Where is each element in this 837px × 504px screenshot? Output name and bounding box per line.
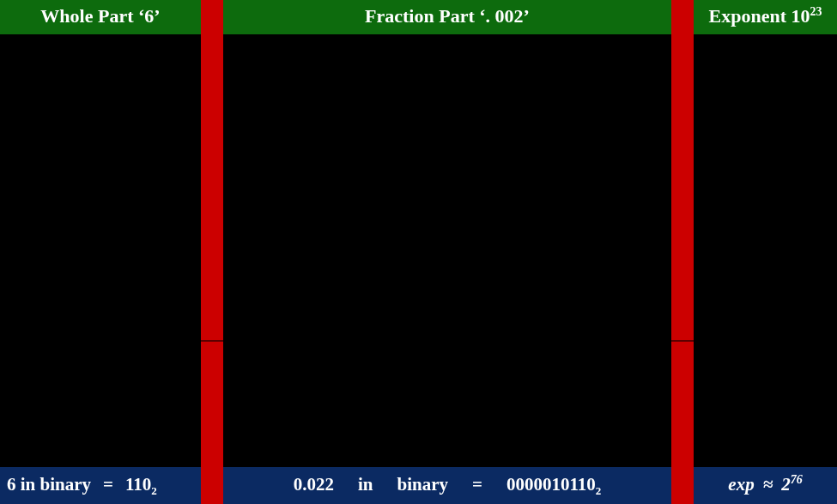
- body-fraction: [223, 35, 671, 467]
- header-fraction-prefix: Fraction Part ‘.: [365, 5, 495, 27]
- body-exponent: [694, 35, 837, 467]
- header-fraction: Fraction Part ‘. 002’: [223, 0, 671, 35]
- footer-fraction-word: binary: [397, 474, 448, 495]
- footer-fraction-rhs-base: 2: [596, 484, 602, 497]
- divider-2: [671, 0, 694, 504]
- header-whole-suffix: ’: [154, 5, 160, 27]
- footer-fraction-in: in: [358, 474, 373, 495]
- column-whole: Whole Part ‘6’ 6 in binary = 1102: [0, 0, 201, 504]
- header-exponent-label: Exponent 10: [709, 5, 810, 27]
- header-exponent-power: 23: [810, 5, 822, 18]
- footer-exponent-lhs: exp: [728, 474, 754, 495]
- footer-exponent: exp ≈ 276: [694, 467, 837, 504]
- footer-whole-lhs: 6 in binary: [7, 474, 91, 495]
- header-fraction-suffix: ’: [524, 5, 530, 27]
- divider-1: [201, 0, 223, 504]
- column-exponent: Exponent 1023 exp ≈ 276: [694, 0, 837, 504]
- footer-fraction-eq: =: [472, 474, 482, 495]
- footer-whole-rhs: 1102: [125, 474, 157, 495]
- footer-fraction-value: 0.022: [294, 474, 334, 495]
- body-whole: [0, 35, 201, 467]
- header-exponent: Exponent 1023: [694, 0, 837, 35]
- footer-exponent-base: 2: [781, 474, 791, 495]
- footer-whole-rhs-base: 2: [151, 484, 157, 497]
- header-whole-value: 6: [144, 5, 154, 27]
- footer-whole-eq: =: [103, 474, 113, 495]
- footer-exponent-power: 76: [791, 473, 803, 486]
- footer-whole: 6 in binary = 1102: [0, 467, 201, 504]
- footer-whole-rhs-value: 110: [125, 474, 151, 495]
- header-fraction-value: 002: [495, 5, 524, 27]
- footer-fraction: 0.022 in binary = 00000101102: [223, 467, 671, 504]
- footer-fraction-rhs-value: 0000010110: [506, 474, 596, 495]
- diagram-container: Whole Part ‘6’ 6 in binary = 1102 Fracti…: [0, 0, 837, 504]
- column-fraction: Fraction Part ‘. 002’ 0.022 in binary = …: [223, 0, 671, 504]
- footer-exponent-rhs: 276: [781, 474, 803, 495]
- footer-fraction-rhs: 00000101102: [506, 474, 601, 495]
- header-whole: Whole Part ‘6’: [0, 0, 201, 35]
- header-whole-prefix: Whole Part ‘: [40, 5, 144, 27]
- footer-exponent-approx: ≈: [763, 474, 773, 495]
